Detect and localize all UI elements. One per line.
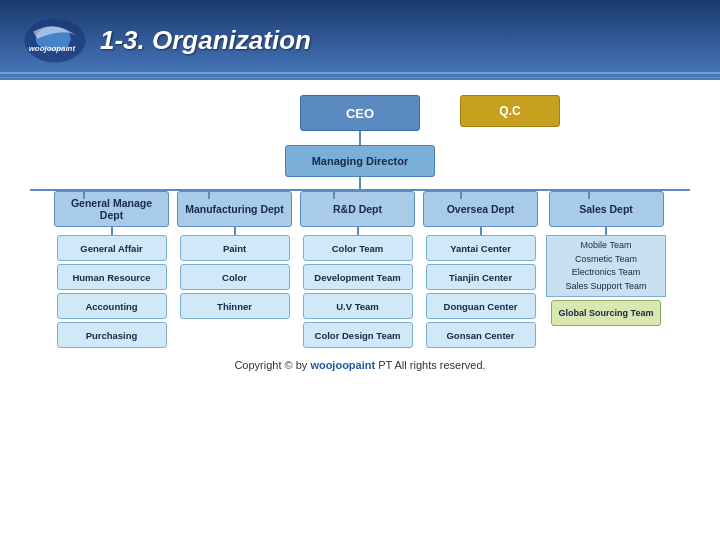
sales-group-box: Mobile Team Cosmetic Team Electronics Te…: [546, 235, 666, 297]
rnd-line-v: [357, 227, 359, 235]
general-sub-3: Purchasing: [57, 322, 167, 348]
sales-sub-0: Mobile Team: [552, 239, 660, 253]
tick-5: [588, 189, 590, 199]
tick-4: [460, 189, 462, 199]
top-row: CEO Q.C: [20, 95, 700, 145]
rnd-sub-3: Color Design Team: [303, 322, 413, 348]
general-sub-items: General Affair Human Resource Accounting…: [54, 235, 169, 351]
mfg-sub-0: Paint: [180, 235, 290, 261]
tick-1: [83, 189, 85, 199]
oversea-sub-items: Yantai Center Tianjin Center Donguan Cen…: [423, 235, 538, 351]
dept-col-rnd: R&D Dept Color Team Development Team U.V…: [300, 191, 415, 351]
oversea-sub-0: Yantai Center: [426, 235, 536, 261]
managing-row: Managing Director: [285, 145, 435, 177]
general-sub-1: Human Resource: [57, 264, 167, 290]
qc-box: Q.C: [460, 95, 560, 127]
sales-dept-box: Sales Dept: [549, 191, 664, 227]
sales-sub-1: Cosmetic Team: [552, 253, 660, 267]
footer-brand: woojoopaint: [310, 359, 375, 371]
logo: woojoopaint: [20, 13, 90, 68]
general-sub-2: Accounting: [57, 293, 167, 319]
footer-text: Copyright © by: [234, 359, 310, 371]
general-manage-dept-box: General Manage Dept: [54, 191, 169, 227]
managing-line: [359, 177, 361, 189]
org-chart: CEO Q.C Managing Director: [20, 90, 700, 351]
oversea-sub-3: Gonsan Center: [426, 322, 536, 348]
manufacturing-dept-box: Manufacturing Dept: [177, 191, 292, 227]
oversea-sub-2: Donguan Center: [426, 293, 536, 319]
sales-sub-4: Global Sourcing Team: [551, 300, 661, 326]
general-sub-0: General Affair: [57, 235, 167, 261]
ceo-section: CEO: [300, 95, 420, 145]
mfg-sub-2: Thinner: [180, 293, 290, 319]
sales-line-v: [605, 227, 607, 235]
oversea-sub-1: Tianjin Center: [426, 264, 536, 290]
oversea-line-v: [480, 227, 482, 235]
tick-2: [208, 189, 210, 199]
rnd-dept-box: R&D Dept: [300, 191, 415, 227]
dept-col-general: General Manage Dept General Affair Human…: [54, 191, 169, 351]
header: woojoopaint 1-3. Organization: [0, 0, 720, 80]
mfg-sub-1: Color: [180, 264, 290, 290]
qc-section: Q.C: [460, 95, 560, 127]
page-title: 1-3. Organization: [100, 25, 311, 56]
svg-text:woojoopaint: woojoopaint: [29, 44, 76, 53]
footer-suffix: PT All rights reserved.: [375, 359, 485, 371]
sales-sub-2: Electronics Team: [552, 266, 660, 280]
managing-line-v: [359, 177, 361, 189]
dept-col-oversea: Oversea Dept Yantai Center Tianjin Cente…: [423, 191, 538, 351]
footer: Copyright © by woojoopaint PT All rights…: [20, 359, 700, 371]
sales-sub-3: Sales Support Team: [552, 280, 660, 294]
dept-col-sales: Sales Dept Mobile Team Cosmetic Team Ele…: [546, 191, 666, 351]
ceo-line-down: [359, 131, 361, 145]
dept-row: General Manage Dept General Affair Human…: [30, 191, 690, 351]
managing-director-box: Managing Director: [285, 145, 435, 177]
tick-3: [333, 189, 335, 199]
mfg-line-v: [234, 227, 236, 235]
rnd-sub-2: U.V Team: [303, 293, 413, 319]
org-chart-container: CEO Q.C Managing Director: [0, 80, 720, 376]
dept-col-manufacturing: Manufacturing Dept Paint Color Thinner: [177, 191, 292, 351]
mfg-sub-items: Paint Color Thinner: [177, 235, 292, 322]
oversea-dept-box: Oversea Dept: [423, 191, 538, 227]
sales-sub-items: Mobile Team Cosmetic Team Electronics Te…: [546, 235, 666, 329]
dept-h-connector: [30, 189, 690, 191]
rnd-sub-1: Development Team: [303, 264, 413, 290]
rnd-sub-items: Color Team Development Team U.V Team Col…: [300, 235, 415, 351]
general-line-v: [111, 227, 113, 235]
ceo-box: CEO: [300, 95, 420, 131]
rnd-sub-0: Color Team: [303, 235, 413, 261]
